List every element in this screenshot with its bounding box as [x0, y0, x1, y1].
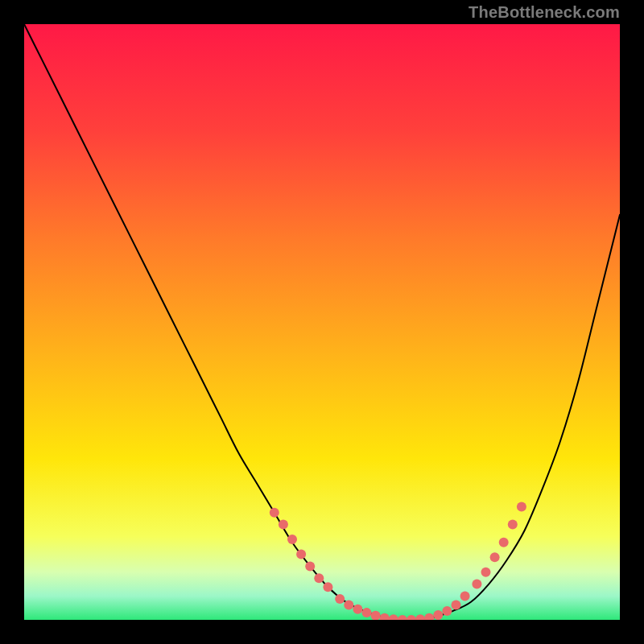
- data-marker: [344, 601, 353, 610]
- data-marker: [323, 582, 332, 592]
- data-marker: [287, 535, 297, 544]
- data-marker: [472, 580, 481, 589]
- data-marker: [499, 538, 509, 547]
- data-marker: [433, 610, 443, 620]
- data-marker: [517, 502, 526, 511]
- data-marker: [460, 591, 470, 601]
- plot-area: [24, 24, 620, 620]
- data-marker: [362, 608, 372, 617]
- data-marker: [452, 601, 461, 610]
- data-marker: [305, 561, 315, 571]
- watermark-label: TheBottleneck.com: [469, 3, 620, 22]
- data-marker: [508, 520, 518, 530]
- data-marker: [481, 568, 491, 577]
- data-marker: [335, 594, 345, 604]
- data-marker: [314, 573, 324, 583]
- data-marker: [490, 552, 500, 562]
- gradient-background: [24, 24, 620, 620]
- data-marker: [296, 550, 306, 559]
- data-marker: [270, 508, 279, 518]
- chart-svg: [24, 24, 620, 620]
- data-marker: [279, 520, 288, 530]
- data-marker: [353, 605, 362, 614]
- data-marker: [442, 606, 452, 616]
- chart-container: TheBottleneck.com: [0, 0, 644, 644]
